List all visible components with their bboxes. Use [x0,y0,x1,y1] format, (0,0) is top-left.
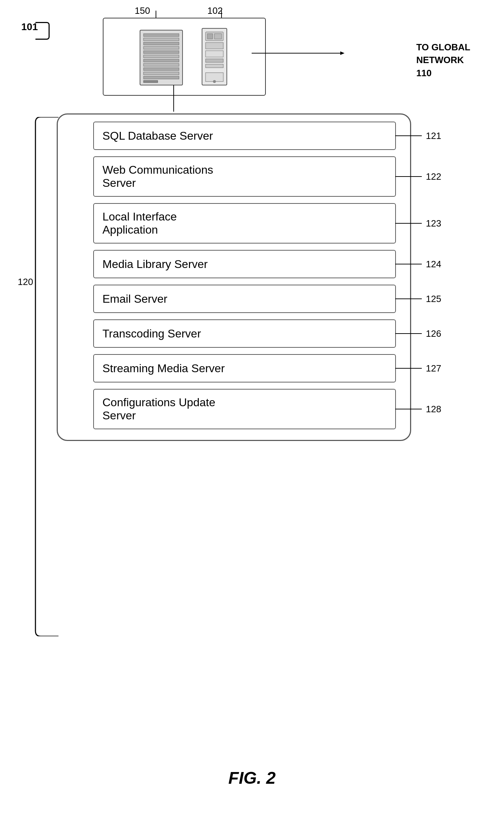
bracket-101 [35,22,50,40]
ref-line-121 [395,134,429,138]
svg-rect-14 [144,72,179,75]
web-communications-server-label: Web CommunicationsServer [102,163,213,190]
ref-122: 122 [426,171,441,182]
ref-line-122 [395,175,429,178]
global-network-line [252,51,351,55]
svg-rect-21 [206,43,223,49]
svg-rect-12 [144,63,179,66]
ref-125: 125 [426,294,441,304]
svg-rect-20 [214,34,222,39]
ref-line-125 [395,297,429,301]
tape-library-icon [136,27,186,87]
svg-rect-5 [144,34,179,37]
component-media-library-server: Media Library Server 124 [93,250,396,278]
component-email-server: Email Server 125 [93,285,396,313]
svg-rect-15 [144,76,179,79]
svg-rect-10 [144,55,179,58]
hardware-box [103,18,266,96]
component-configurations-update-server: Configurations UpdateServer 128 [93,389,396,429]
component-web-communications-server: Web CommunicationsServer 122 [93,156,396,197]
hardware-section: 150 102 [103,18,266,96]
ref-line-124 [395,262,429,266]
svg-rect-16 [144,80,158,83]
label-150: 150 [135,5,150,16]
ref-line-128 [395,407,429,411]
local-interface-application-label: Local InterfaceApplication [102,210,177,236]
figure-caption: FIG. 2 [0,768,504,788]
svg-rect-13 [144,68,179,71]
streaming-media-server-label: Streaming Media Server [102,362,225,375]
label-120: 120 [18,276,33,287]
email-server-label: Email Server [102,292,167,306]
ref-line-123 [395,222,429,225]
component-streaming-media-server: Streaming Media Server 127 [93,354,396,382]
svg-rect-11 [144,59,179,62]
svg-rect-7 [144,42,179,45]
component-transcoding-server: Transcoding Server 126 [93,319,396,348]
vertical-connector [172,85,175,112]
ref-124: 124 [426,259,441,270]
ref-line-126 [395,332,429,335]
diagram-container: 101 150 102 [0,0,504,816]
svg-point-26 [213,80,216,83]
svg-rect-8 [144,46,179,49]
ref-128: 128 [426,404,441,415]
component-local-interface-application: Local InterfaceApplication 123 [93,203,396,244]
svg-rect-19 [207,34,213,39]
transcoding-server-label: Transcoding Server [102,327,201,340]
svg-marker-28 [340,51,345,55]
ref-line-127 [395,367,429,370]
server-tower-icon [197,27,232,87]
svg-rect-22 [206,51,223,57]
svg-rect-9 [144,51,179,54]
ref-126: 126 [426,328,441,339]
sql-database-server-label: SQL Database Server [102,129,213,142]
ref-123: 123 [426,218,441,229]
ref-121: 121 [426,130,441,141]
media-library-server-label: Media Library Server [102,258,208,271]
system-box: SQL Database Server 121 Web Communicatio… [57,113,411,441]
global-network-label: TO GLOBALNETWORK110 [416,41,470,79]
svg-rect-6 [144,38,179,41]
ref-127: 127 [426,363,441,374]
svg-rect-23 [206,59,223,62]
svg-rect-24 [206,64,223,68]
configurations-update-server-label: Configurations UpdateServer [102,396,215,422]
component-sql-database-server: SQL Database Server 121 [93,122,396,150]
